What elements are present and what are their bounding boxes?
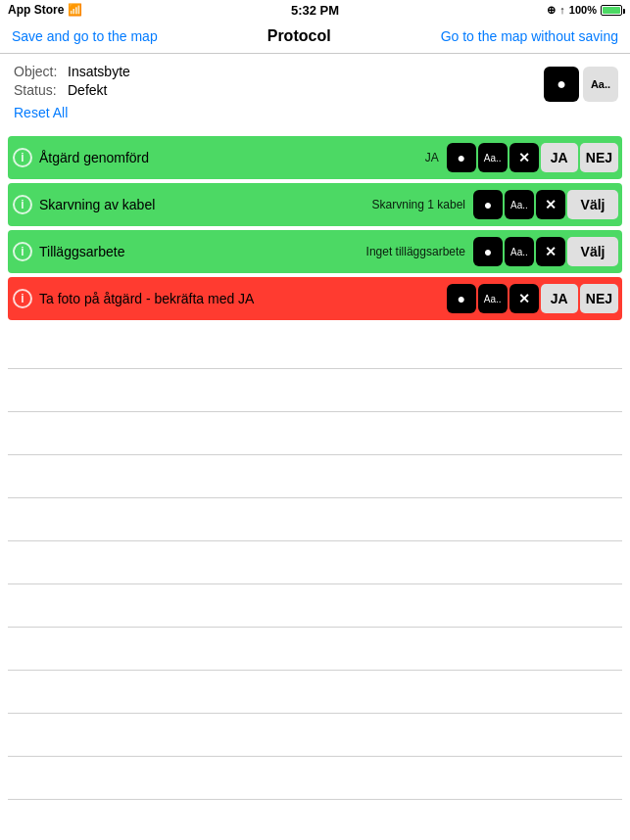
empty-row — [8, 369, 622, 412]
protocol-list: i Åtgärd genomförd JA ● Aa.. ✕ JA NEJ i … — [0, 136, 630, 320]
row3-value: Inget tilläggsarbete — [359, 245, 473, 258]
page-title: Protocol — [267, 27, 331, 45]
empty-row — [8, 714, 622, 757]
nav-bar: Save and go to the map Protocol Go to th… — [0, 20, 630, 54]
protocol-row-2: i Skarvning av kabel Skarvning 1 kabel ●… — [8, 183, 622, 226]
go-without-saving-button[interactable]: Go to the map without saving — [441, 28, 618, 44]
row2-text-button[interactable]: Aa.. — [505, 190, 534, 219]
row4-label: Ta foto på åtgärd - bekräfta med JA — [37, 291, 431, 306]
object-label: Object: — [14, 64, 68, 79]
empty-row — [8, 757, 622, 800]
row1-info: i — [8, 148, 37, 167]
row2-value: Skarvning 1 kabel — [364, 198, 473, 211]
empty-rows — [0, 326, 630, 840]
row1-actions: ● Aa.. ✕ JA NEJ — [447, 143, 622, 172]
empty-row — [8, 455, 622, 498]
location-icon: ⊕ — [547, 4, 556, 17]
object-value: Insatsbyte — [68, 64, 130, 79]
empty-row — [8, 584, 622, 628]
text-symbol: Aa.. — [591, 78, 610, 90]
row2-clear-button[interactable]: ✕ — [536, 190, 565, 219]
row1-clear-button[interactable]: ✕ — [509, 143, 539, 172]
save-map-button[interactable]: Save and go to the map — [12, 28, 158, 44]
status-value: Defekt — [68, 82, 107, 98]
row4-actions: ● Aa.. ✕ JA NEJ — [447, 284, 622, 313]
info-circle-1[interactable]: i — [13, 148, 32, 167]
empty-row — [8, 800, 622, 840]
row4-info: i — [8, 289, 37, 308]
row3-info: i — [8, 242, 37, 261]
camera-symbol: ● — [557, 75, 566, 93]
info-circle-4[interactable]: i — [13, 289, 32, 308]
app-store-label: App Store — [8, 3, 64, 17]
row3-camera-button[interactable]: ● — [473, 237, 503, 266]
battery-icon — [601, 5, 622, 16]
row3-actions: ● Aa.. ✕ Välj — [473, 237, 622, 266]
row3-valj-button[interactable]: Välj — [567, 237, 618, 266]
row3-clear-button[interactable]: ✕ — [536, 237, 565, 266]
direction-icon: ↑ — [559, 4, 565, 16]
row4-nej-button[interactable]: NEJ — [580, 284, 618, 313]
row1-text-button[interactable]: Aa.. — [478, 143, 508, 172]
row1-nej-button[interactable]: NEJ — [580, 143, 618, 172]
row4-text-button[interactable]: Aa.. — [478, 284, 508, 313]
row1-camera-button[interactable]: ● — [447, 143, 476, 172]
battery-percent: 100% — [569, 4, 597, 16]
row2-camera-button[interactable]: ● — [473, 190, 503, 219]
empty-row — [8, 541, 622, 584]
protocol-row-4: i Ta foto på åtgärd - bekräfta med JA ● … — [8, 277, 622, 320]
row3-text-button[interactable]: Aa.. — [505, 237, 534, 266]
top-icons-area: ● Aa.. — [544, 67, 618, 102]
camera-icon-top[interactable]: ● — [544, 67, 579, 102]
reset-all-button[interactable]: Reset All — [14, 105, 68, 120]
status-row: Status: Defekt — [14, 82, 616, 98]
row1-label: Åtgärd genomförd — [37, 150, 417, 165]
status-label: Status: — [14, 82, 68, 98]
status-bar: App Store 📶 5:32 PM ⊕ ↑ 100% — [0, 0, 630, 20]
row1-value: JA — [417, 151, 447, 164]
info-circle-3[interactable]: i — [13, 242, 32, 261]
row2-label: Skarvning av kabel — [37, 197, 364, 212]
row4-camera-button[interactable]: ● — [447, 284, 476, 313]
status-right: ⊕ ↑ 100% — [547, 4, 622, 17]
empty-row — [8, 326, 622, 369]
status-time: 5:32 PM — [291, 3, 339, 18]
battery-fill — [603, 7, 620, 14]
text-icon-top[interactable]: Aa.. — [583, 67, 618, 102]
protocol-row-3: i Tilläggsarbete Inget tilläggsarbete ● … — [8, 230, 622, 273]
row4-clear-button[interactable]: ✕ — [509, 284, 539, 313]
empty-row — [8, 628, 622, 671]
row2-actions: ● Aa.. ✕ Välj — [473, 190, 622, 219]
row2-info: i — [8, 195, 37, 214]
object-row: Object: Insatsbyte — [14, 64, 616, 79]
info-circle-2[interactable]: i — [13, 195, 32, 214]
empty-row — [8, 671, 622, 714]
row1-ja-button[interactable]: JA — [541, 143, 578, 172]
wifi-icon: 📶 — [68, 3, 82, 17]
info-section: Object: Insatsbyte Status: Defekt Reset … — [0, 54, 630, 124]
empty-row — [8, 412, 622, 455]
protocol-row-1: i Åtgärd genomförd JA ● Aa.. ✕ JA NEJ — [8, 136, 622, 179]
empty-row — [8, 498, 622, 541]
row3-label: Tilläggsarbete — [37, 244, 359, 259]
status-left: App Store 📶 — [8, 3, 82, 17]
row2-valj-button[interactable]: Välj — [567, 190, 618, 219]
row4-ja-button[interactable]: JA — [541, 284, 578, 313]
